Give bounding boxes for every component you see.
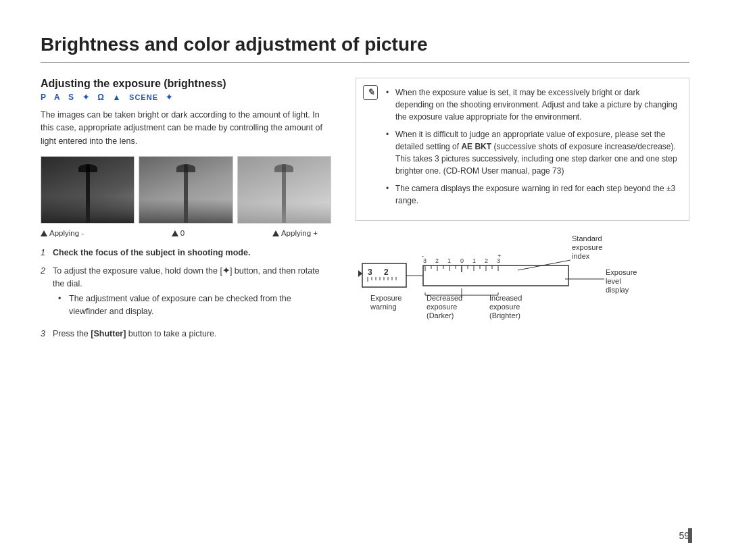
caption-dark: Applying -	[41, 229, 84, 237]
increased-label-3: (Brighter)	[489, 311, 520, 320]
minus-sign: -	[422, 253, 424, 259]
step-2: 2 To adjust the exposure value, hold dow…	[41, 265, 331, 322]
note-bullet-3: • The camera displays the exposure warni…	[386, 182, 679, 207]
step-3: 3 Press the [Shutter] button to take a p…	[41, 328, 331, 340]
photo-bright	[237, 156, 331, 224]
decreased-label-2: exposure	[427, 303, 457, 311]
caption-bright-label: Applying +	[281, 229, 318, 237]
bullet-dot: •	[58, 292, 65, 318]
standard-index-label: Standard	[572, 234, 602, 243]
caption-medium-label: 0	[180, 229, 185, 237]
step-1-num: 1	[41, 247, 49, 259]
photo-strip	[41, 156, 331, 224]
step-2-bullets: • The adjustment value of exposure can b…	[58, 292, 331, 318]
step-3-num: 3	[41, 328, 49, 340]
step-3-text: Press the [Shutter] button to take a pic…	[53, 328, 216, 340]
exp-level-label-1: Exposure	[606, 268, 637, 276]
decreased-label-3: (Darker)	[427, 311, 454, 320]
photo-medium	[139, 156, 233, 224]
page: Brightness and color adjustment of pictu…	[0, 0, 730, 560]
note-content: • When the exposure value is set, it may…	[386, 86, 679, 207]
caption-bright: Applying +	[272, 229, 318, 237]
note-text-1: When the exposure value is set, it may b…	[395, 86, 679, 123]
scale-plus-1: 1	[472, 257, 476, 264]
left-column: Adjusting the exposure (brightness) P A …	[41, 78, 331, 346]
scale-minus-2: 2	[435, 257, 439, 264]
intro-text: The images can be taken bright or dark a…	[41, 109, 331, 148]
exp-level-label-2: level	[606, 277, 621, 285]
warning-num-2: 2	[384, 268, 389, 277]
scale-zero: 0	[460, 257, 464, 264]
standard-index-label-2: exposure	[572, 243, 602, 251]
note-box: ✎ • When the exposure value is set, it m…	[356, 78, 689, 221]
standard-index-label-3: index	[572, 252, 590, 260]
exp-warning-label-2: warning	[370, 303, 397, 311]
note-bullet-1: • When the exposure value is set, it may…	[386, 86, 679, 123]
note-icon: ✎	[363, 85, 378, 100]
warning-box-arrow	[358, 270, 362, 277]
step-2-num: 2	[41, 265, 49, 322]
exposure-diagram: Standard exposure index Exposure level d…	[356, 233, 689, 330]
step-1: 1 Check the focus of the subject in shoo…	[41, 247, 331, 259]
triangle-icon-bright	[272, 230, 279, 236]
caption-dark-label: Applying -	[49, 229, 84, 237]
scale-bar-rect	[423, 265, 568, 286]
step-2-bullet-1: • The adjustment value of exposure can b…	[58, 292, 331, 318]
note-bullet-dot-2: •	[386, 128, 391, 177]
mode-icons: P A S ✦ Ω ▲ SCENE ✦	[41, 93, 331, 102]
right-column: ✎ • When the exposure value is set, it m…	[356, 78, 689, 346]
caption-medium: 0	[172, 229, 185, 237]
triangle-icon-medium	[172, 230, 178, 236]
page-number-bar	[688, 528, 692, 543]
step-2-bullet-1-text: The adjustment value of exposure can be …	[69, 292, 331, 318]
triangle-icon-dark	[41, 230, 47, 236]
note-text-2: When it is difficult to judge an appropr…	[395, 128, 679, 177]
diagram-svg: Standard exposure index Exposure level d…	[356, 233, 646, 328]
note-bullet-dot-1: •	[386, 86, 391, 123]
photo-dark	[41, 156, 135, 224]
note-bullet-dot-3: •	[386, 182, 391, 207]
exp-level-label-3: display	[606, 286, 629, 294]
photo-captions: Applying - 0 Applying +	[41, 229, 331, 237]
note-text-3: The camera displays the exposure warning…	[395, 182, 679, 207]
exp-warning-label-1: Exposure	[370, 294, 402, 302]
plus-sign: +	[497, 253, 501, 259]
step-1-text: Check the focus of the subject in shooti…	[53, 247, 250, 259]
warning-num-3: 3	[368, 268, 372, 277]
note-bullet-2: • When it is difficult to judge an appro…	[386, 128, 679, 177]
section-heading: Adjusting the exposure (brightness)	[41, 78, 331, 90]
increased-label-2: exposure	[489, 303, 520, 311]
page-title: Brightness and color adjustment of pictu…	[41, 34, 689, 63]
scale-plus-2: 2	[485, 257, 488, 264]
content-area: Adjusting the exposure (brightness) P A …	[41, 78, 689, 346]
scale-minus-1: 1	[447, 257, 451, 264]
step-2-text: To adjust the exposure value, hold down …	[53, 265, 331, 322]
